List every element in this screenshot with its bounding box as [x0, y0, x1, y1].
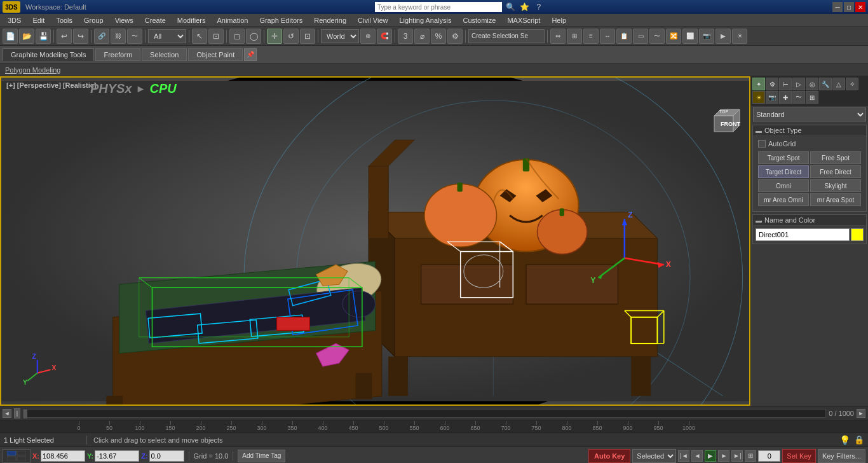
- camera-icon[interactable]: 📷: [766, 91, 778, 104]
- menu-maxscript[interactable]: MAXScript: [502, 15, 545, 26]
- selection-filter-dropdown[interactable]: All: [148, 29, 186, 43]
- timeline-next-button[interactable]: ►: [857, 409, 865, 418]
- mr-area-omni-button[interactable]: mr Area Omni: [758, 193, 809, 206]
- curve-editor-button[interactable]: 〜: [649, 29, 665, 44]
- spacewarp-icon[interactable]: 〜: [792, 91, 805, 104]
- rotate-button[interactable]: ↺: [283, 29, 299, 44]
- go-start-button[interactable]: |◄: [678, 450, 689, 462]
- next-frame-button[interactable]: ►: [718, 450, 729, 462]
- menu-edit[interactable]: Edit: [27, 15, 50, 26]
- frame-number[interactable]: 0: [758, 450, 780, 462]
- menu-tools[interactable]: Tools: [51, 15, 78, 26]
- free-direct-button[interactable]: Free Direct: [810, 165, 861, 178]
- set-key-button[interactable]: Set Key: [782, 449, 816, 463]
- coord-center-button[interactable]: ⊕: [360, 29, 376, 44]
- menu-views[interactable]: Views: [110, 15, 139, 26]
- undo-button[interactable]: ↩: [57, 29, 72, 44]
- motion-tab-icon[interactable]: ▷: [792, 78, 805, 90]
- prev-frame-button[interactable]: ◄: [691, 450, 703, 462]
- polygon-modeling-label[interactable]: Polygon Modeling: [5, 66, 60, 74]
- omni-button[interactable]: Omni: [758, 179, 809, 192]
- mini-viewport-button[interactable]: [3, 449, 31, 463]
- select-link-button[interactable]: 🔗: [94, 29, 109, 44]
- redo-button[interactable]: ↪: [73, 29, 88, 44]
- helper-icon[interactable]: ✚: [779, 91, 792, 104]
- unlink-button[interactable]: ⛓: [111, 29, 126, 44]
- free-spot-button[interactable]: Free Spot: [810, 151, 861, 164]
- geo-icon[interactable]: △: [832, 78, 845, 90]
- render-button[interactable]: ▶: [715, 29, 731, 44]
- layer-manager-button[interactable]: 📋: [616, 29, 632, 44]
- select-region-button[interactable]: ⊡: [208, 29, 224, 44]
- light-icon[interactable]: ☀: [752, 91, 765, 104]
- timeline-start-button[interactable]: |: [14, 408, 20, 418]
- tab-graphite-modeling[interactable]: Graphite Modeling Tools: [3, 48, 94, 61]
- skylight-button[interactable]: Skylight: [810, 179, 861, 192]
- add-time-tag-button[interactable]: Add Time Tag: [238, 450, 285, 462]
- name-color-header[interactable]: ▬ Name and Color: [753, 215, 866, 226]
- auto-key-button[interactable]: Auto Key: [588, 449, 630, 463]
- active-shade-button[interactable]: ☀: [732, 29, 747, 44]
- systems-icon[interactable]: ⊞: [806, 91, 818, 104]
- create-tab-icon[interactable]: ✦: [752, 78, 765, 90]
- menu-civil-view[interactable]: Civil View: [353, 15, 393, 26]
- mirror-button[interactable]: ⇔: [550, 29, 566, 44]
- align-button[interactable]: ≡: [583, 29, 599, 44]
- timeline-prev-button[interactable]: ◄: [3, 409, 11, 418]
- hierarchy-tab-icon[interactable]: ⊢: [779, 78, 792, 90]
- tab-selection[interactable]: Selection: [142, 48, 187, 61]
- coord-system-dropdown[interactable]: World: [321, 29, 359, 43]
- key-filters-button[interactable]: Key Filters...: [818, 449, 865, 463]
- menu-group[interactable]: Group: [79, 15, 109, 26]
- shape-icon[interactable]: ⟡: [846, 78, 858, 90]
- menu-help[interactable]: Help: [546, 15, 571, 26]
- tab-freeform[interactable]: Freeform: [95, 48, 140, 61]
- menu-create[interactable]: Create: [140, 15, 171, 26]
- create-selection-input[interactable]: [468, 29, 545, 43]
- bookmark-icon[interactable]: ⭐: [520, 2, 530, 12]
- key-mode-button[interactable]: ⊞: [745, 450, 756, 462]
- menu-customize[interactable]: Customize: [458, 15, 501, 26]
- light-type-dropdown[interactable]: Standard Photometric mr: [753, 107, 866, 121]
- modify-tab-icon[interactable]: ⚙: [766, 78, 778, 90]
- bind-space-warp[interactable]: 〜: [127, 29, 142, 44]
- scale-button[interactable]: ⊡: [300, 29, 315, 44]
- z-input[interactable]: [149, 450, 184, 462]
- spinner-snap[interactable]: ⚙: [447, 29, 463, 44]
- color-picker-button[interactable]: [851, 228, 864, 241]
- help-icon[interactable]: ?: [534, 2, 544, 12]
- snap-button[interactable]: 🧲: [377, 29, 392, 44]
- menu-animation[interactable]: Animation: [212, 15, 253, 26]
- menu-rendering[interactable]: Rendering: [309, 15, 351, 26]
- viewport[interactable]: [+] [Perspective] [Realistic] PHYSx ► CP…: [0, 76, 750, 406]
- key-selected-dropdown[interactable]: Selected All: [632, 449, 676, 463]
- tab-object-paint[interactable]: Object Paint: [188, 48, 243, 61]
- new-button[interactable]: 📄: [3, 29, 18, 44]
- autogrid-checkbox[interactable]: [758, 140, 766, 148]
- timeline-bar[interactable]: [23, 409, 826, 418]
- search-icon[interactable]: 🔍: [506, 2, 516, 12]
- view-cube[interactable]: FRONT TOP: [705, 103, 743, 141]
- utilities-tab-icon[interactable]: 🔧: [819, 78, 832, 90]
- array-button[interactable]: ⊞: [567, 29, 582, 44]
- snap-toggle[interactable]: 3: [398, 29, 413, 44]
- go-end-button[interactable]: ►|: [731, 450, 743, 462]
- material-editor-button[interactable]: ⬜: [682, 29, 698, 44]
- play-button[interactable]: ▶: [705, 450, 716, 462]
- lightbulb-icon[interactable]: 💡: [839, 435, 850, 445]
- pin-button[interactable]: 📌: [244, 48, 257, 61]
- minimize-button[interactable]: ─: [832, 2, 843, 12]
- menu-lighting-analysis[interactable]: Lighting Analysis: [395, 15, 457, 26]
- object-type-header[interactable]: ▬ Object Type: [753, 125, 866, 136]
- menu-graph-editors[interactable]: Graph Editors: [254, 15, 308, 26]
- menu-modifiers[interactable]: Modifiers: [172, 15, 211, 26]
- freeform-select-button[interactable]: ◯: [246, 29, 261, 44]
- angle-snap[interactable]: ⌀: [414, 29, 430, 44]
- quick-align-button[interactable]: ↔: [600, 29, 615, 44]
- save-button[interactable]: 💾: [36, 29, 51, 44]
- select-by-region-button[interactable]: ◻: [229, 29, 245, 44]
- maximize-button[interactable]: □: [844, 2, 854, 12]
- mr-area-spot-button[interactable]: mr Area Spot: [810, 193, 861, 206]
- close-button[interactable]: ✕: [855, 2, 865, 12]
- search-input[interactable]: [375, 2, 502, 12]
